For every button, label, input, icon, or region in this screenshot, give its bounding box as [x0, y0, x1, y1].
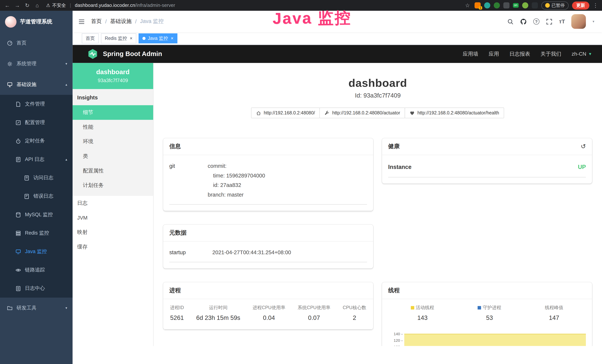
stat-system-cpu: 系统CPU使用率 0.07 [298, 304, 330, 321]
sba-item-loggers[interactable]: 日志 [73, 196, 153, 211]
sba-item-details[interactable]: 细节 [73, 105, 153, 120]
paused-pill[interactable]: 已暂停 [541, 1, 569, 9]
extension-green-icon[interactable] [494, 2, 500, 8]
stack-icon [15, 230, 21, 236]
health-url-link[interactable]: http://192.168.0.2:48080/actuator/health [405, 107, 504, 118]
sba-instance-id: 93a3fc7f7409 [76, 77, 150, 83]
error-log-icon [24, 193, 30, 199]
threads-card: 线程 活动线程 143 守护进程 53 [382, 282, 592, 346]
sidebar-item-system[interactable]: 系统管理 ▾ [0, 54, 73, 74]
sidebar-item-mysql-monitor[interactable]: MySQL 监控 [0, 205, 73, 224]
address-bar[interactable]: dashboard.yudao.iocoder.cn/infra/admin-s… [75, 3, 175, 8]
actuator-url-link[interactable]: http://192.168.0.2:48080/actuator [320, 107, 405, 118]
font-size-icon[interactable]: тT [559, 18, 565, 24]
extension-on-badge[interactable]: on [513, 3, 519, 8]
service-url-link[interactable]: http://192.168.0.2:48080/ [251, 107, 320, 118]
spring-boot-admin-logo-icon [87, 48, 98, 60]
process-stats: 进程ID 5261 运行时间 6d 23h 15m 59s 进程CPU使用率 0… [163, 299, 373, 330]
card-title: 信息 [169, 143, 181, 150]
help-icon[interactable]: ? [533, 18, 539, 24]
reload-icon[interactable]: ↻ [24, 3, 31, 8]
threads-chart: 140 120 100 [386, 332, 587, 346]
y-tick: 140 [390, 332, 403, 336]
close-icon[interactable]: × [130, 36, 133, 41]
heart-icon [410, 110, 415, 115]
legend-daemon-threads: 守护进程 53 [478, 304, 501, 321]
tab-home[interactable]: 首页 [82, 33, 99, 43]
close-icon[interactable]: × [171, 36, 173, 41]
sidebar-item-file-management[interactable]: 文件管理 [0, 95, 73, 113]
sidebar-item-log-center[interactable]: 日志中心 [0, 279, 73, 298]
card-title: 健康 [388, 143, 400, 150]
wrench-icon [325, 110, 330, 115]
sidebar-item-error-log[interactable]: 错误日志 [0, 187, 73, 205]
extension-puzzle-icon[interactable] [532, 2, 538, 8]
info-card: 信息 git commit: time: 1596289704000 id: 2… [163, 138, 373, 211]
sidebar-item-home[interactable]: 首页 [0, 33, 73, 54]
tab-redis-monitor[interactable]: Redis 监控 × [101, 33, 137, 43]
sidebar-item-dev-tools[interactable]: 研发工具 ▾ [0, 298, 73, 318]
sidebar-item-trace[interactable]: 链路追踪 [0, 261, 73, 279]
sba-item-scheduled-tasks[interactable]: 计划任务 [73, 178, 153, 193]
sidebar-item-scheduled-jobs[interactable]: 定时任务 [0, 132, 73, 150]
legend-swatch-yellow [411, 306, 414, 310]
sidebar-item-access-log[interactable]: 访问日志 [0, 169, 73, 187]
forward-icon[interactable]: → [14, 3, 21, 8]
sba-insights-group: Insights 细节 性能 环境 类 配置属性 计划任务 [73, 89, 153, 196]
search-icon[interactable] [507, 18, 514, 25]
legend-peak-threads: 线程峰值 147 [545, 304, 563, 321]
github-icon[interactable] [520, 18, 527, 25]
sba-locale-select[interactable]: zh-CN ▼ [572, 51, 592, 57]
sba-nav-journal[interactable]: 日志报表 [509, 50, 530, 57]
sba-item-metrics[interactable]: 性能 [73, 120, 153, 134]
sba-header: Spring Boot Admin 应用墙 应用 日志报表 关于我们 zh-CN… [73, 45, 602, 63]
sidebar-item-infrastructure[interactable]: 基础设施 ▴ [0, 74, 73, 95]
breadcrumb-home[interactable]: 首页 [91, 18, 102, 25]
chevron-down-icon: ▾ [65, 62, 67, 66]
chrome-update-button[interactable]: 更新 [572, 1, 589, 9]
card-title: 线程 [388, 287, 400, 294]
avatar-caret-icon[interactable]: ▾ [592, 20, 594, 23]
sba-item-environment[interactable]: 环境 [73, 134, 153, 149]
fullscreen-icon[interactable] [546, 18, 552, 25]
sba-brand[interactable]: Spring Boot Admin [87, 48, 162, 60]
sidebar-item-config-management[interactable]: 配置管理 [0, 113, 73, 132]
card-title: 进程 [169, 287, 181, 294]
sba-item-config-props[interactable]: 配置属性 [73, 163, 153, 178]
sba-instance-header: dashboard 93a3fc7f7409 [73, 63, 153, 89]
browser-menu-icon[interactable]: ⋮ [593, 2, 598, 8]
user-avatar[interactable] [571, 14, 586, 29]
history-icon[interactable]: ↺ [581, 143, 586, 150]
sba-nav-about[interactable]: 关于我们 [540, 50, 561, 57]
tab-java-monitor[interactable]: Java 监控 × [139, 33, 177, 43]
health-row[interactable]: Instance UP [388, 161, 586, 177]
breadcrumb: 首页 / 基础设施 / Java 监控 [91, 18, 164, 25]
sba-nav-applications[interactable]: 应用 [489, 50, 499, 57]
home-icon[interactable]: ⌂ [34, 3, 41, 8]
sba-sidebar: dashboard 93a3fc7f7409 Insights 细节 性能 环境… [73, 63, 153, 346]
extension-grid-icon[interactable] [503, 2, 509, 8]
extension-leaf-icon[interactable] [522, 2, 528, 8]
breadcrumb-infrastructure[interactable]: 基础设施 [110, 18, 132, 25]
sidebar-item-java-monitor[interactable]: Java 监控 [0, 242, 73, 261]
sba-item-caches[interactable]: 缓存 [73, 240, 153, 254]
database-icon [15, 212, 21, 217]
health-card: 健康 ↺ Instance UP [382, 138, 592, 183]
card-title: 元数据 [169, 229, 186, 236]
breadcrumb-current: Java 监控 [140, 18, 163, 25]
security-indicator[interactable]: ⚠ 不安全 [46, 2, 66, 9]
app-logo[interactable]: 芋道管理系统 [0, 11, 73, 33]
extension-drop-icon[interactable] [484, 2, 490, 8]
instance-links: http://192.168.0.2:48080/ http://192.168… [153, 107, 602, 118]
sba-item-classes[interactable]: 类 [73, 149, 153, 163]
sidebar-item-redis-monitor[interactable]: Redis 监控 [0, 224, 73, 242]
hamburger-icon[interactable] [78, 18, 85, 25]
sba-nav-wallboard[interactable]: 应用墙 [463, 50, 478, 57]
sidebar-item-api-log[interactable]: API 日志 ▴ [0, 150, 73, 169]
bookmark-star-icon[interactable]: ☆ [464, 3, 471, 8]
sba-item-mappings[interactable]: 映射 [73, 225, 153, 240]
back-icon[interactable]: ← [4, 3, 11, 8]
extension-fox-icon[interactable]: 1 [474, 2, 481, 8]
sba-item-jvm[interactable]: JVM [73, 211, 153, 225]
monitor-icon [7, 82, 13, 87]
